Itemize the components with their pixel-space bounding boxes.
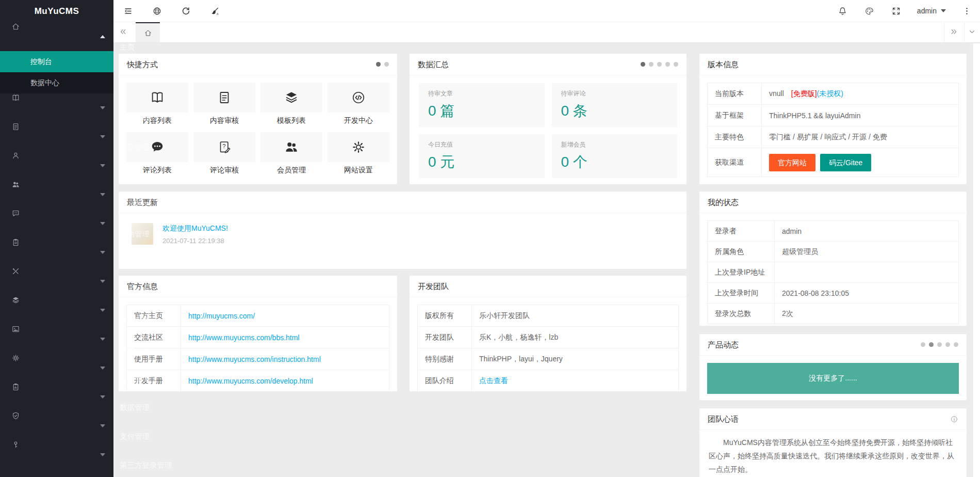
shortcut-template-list[interactable]: 模板列表 (260, 83, 322, 125)
carousel-dot[interactable] (384, 62, 389, 67)
shortcuts-card: 快捷方式 内容列表 内容审核 模板列表 开发中心 评论列表 ?评论审核 会员管理… (119, 54, 397, 184)
card-title: 版本信息 (708, 54, 739, 75)
main-content: 快捷方式 内容列表 内容审核 模板列表 开发中心 评论列表 ?评论审核 会员管理… (113, 43, 980, 477)
carousel-dot[interactable] (649, 62, 654, 67)
carousel-dot[interactable] (937, 342, 942, 347)
comment-audit-icon: ? (217, 139, 232, 155)
sidebar-item-payment[interactable]: 支付管理 (0, 411, 113, 440)
version-card-header: 版本信息 (699, 54, 967, 75)
recent-update-item: 欢迎使用MuYuCMS! 2021-07-11 22:19:38 (119, 213, 687, 245)
devteam-card-header: 开发团队 (410, 276, 687, 297)
carousel-dot[interactable] (929, 342, 934, 347)
theme-button[interactable] (856, 0, 883, 22)
chevron-up-icon (100, 35, 105, 38)
chevron-down-icon (100, 135, 105, 138)
table-row: 版权所有乐小轩开发团队 (418, 305, 679, 327)
shortcut-dev-center[interactable]: 开发中心 (328, 83, 389, 125)
motto-card-header: 团队心语 (699, 408, 967, 430)
table-row: 基于框架ThinkPHP5.1 && layuiAdmin (708, 105, 959, 126)
official-site-button[interactable]: 官方网站 (769, 154, 815, 171)
shield-check-icon (11, 411, 113, 440)
sidebar-item-columns[interactable]: 栏目管理 (0, 122, 113, 151)
stat-unit: 条 (573, 103, 587, 119)
refresh-button[interactable] (171, 0, 200, 22)
sidebar-item-members[interactable]: 会员管理 (0, 180, 113, 209)
svg-text:A: A (217, 12, 219, 15)
fullscreen-icon (891, 6, 901, 16)
shortcut-site-settings[interactable]: 网站设置 (328, 132, 389, 175)
sidebar-item-attachments[interactable]: 附件管理 (0, 325, 113, 354)
shortcut-content-audit[interactable]: 内容审核 (193, 83, 255, 125)
dev-manual-link[interactable]: http://www.muyucms.com/develop.html (188, 377, 313, 385)
more-options-button[interactable] (953, 0, 980, 22)
data-icon (11, 383, 113, 411)
sidebar-item-system[interactable]: 系统管理 (0, 354, 113, 383)
chat-icon (11, 209, 113, 238)
tab-home[interactable] (136, 22, 160, 42)
card-title: 我的状态 (708, 192, 739, 213)
sidebar-item-home[interactable]: 主页 (0, 22, 113, 51)
unauthorized-tag[interactable]: (未授权) (817, 89, 843, 98)
code-circle-icon (351, 90, 366, 105)
update-link[interactable]: 欢迎使用MuYuCMS! (162, 224, 228, 233)
username: admin (917, 7, 937, 15)
tabs-scroll-right-button[interactable] (944, 22, 965, 42)
carousel-dot[interactable] (665, 62, 670, 67)
scrollbar[interactable] (973, 43, 980, 477)
more-vertical-icon (962, 6, 972, 16)
sidebar-item-models[interactable]: 系统模型 (0, 238, 113, 267)
table-row: 主要特色零门槛 / 易扩展 / 响应式 / 开源 / 免费 (708, 126, 959, 148)
book-icon (150, 90, 165, 105)
carousel-dot[interactable] (376, 62, 381, 67)
sidebar-item-admins[interactable]: 管理员管理 (0, 151, 113, 180)
sidebar-item-interaction[interactable]: 互动管理 (0, 209, 113, 238)
recent-updates-card: 最近更新 欢迎使用MuYuCMS! 2021-07-11 22:19:38 (119, 192, 687, 269)
shortcut-comment-list[interactable]: 评论列表 (126, 132, 188, 175)
topbar: A admin (113, 0, 980, 22)
version-card: 版本信息 当前版本 vnull[免费版](未授权) 基于框架ThinkPHP5.… (699, 54, 967, 184)
official-home-link[interactable]: http://muyucms.com/ (188, 312, 255, 320)
carousel-dot[interactable] (954, 342, 958, 347)
gitee-button[interactable]: 码云/Gitee (820, 154, 871, 171)
notifications-button[interactable] (829, 0, 856, 22)
sidebar-item-thirdparty-login[interactable]: 第三方登录管理 (0, 440, 113, 469)
news-banner[interactable]: 没有更多了...... (707, 363, 959, 394)
carousel-dot[interactable] (674, 62, 678, 67)
shortcut-comment-audit[interactable]: ?评论审核 (193, 132, 255, 175)
carousel-dot[interactable] (921, 342, 925, 347)
stat-value: 0 (428, 154, 436, 170)
sidebar-item-data[interactable]: 数据管理 (0, 383, 113, 411)
sidebar-item-content[interactable]: 内容管理 (0, 93, 113, 122)
community-link[interactable]: http://www.muyucms.com/bbs.html (188, 333, 300, 342)
carousel-dot[interactable] (641, 62, 645, 67)
motto-text: MuYuCMS内容管理系统从创立至今始终坚持免费开源，始终坚持倾听社区心声，始终… (699, 430, 967, 477)
chevron-down-icon (100, 338, 105, 341)
shortcut-member-manage[interactable]: 会员管理 (260, 132, 322, 175)
stats-card: 数据汇总 待审文章 0 篇 待审评论 0 条 今日充值 0 元 新增会员 0 个 (410, 54, 687, 184)
team-intro-link[interactable]: 点击查看 (479, 376, 508, 385)
info-icon[interactable] (950, 415, 958, 423)
table-row: 上次登录时间2021-08-08 23:10:05 (708, 283, 959, 304)
tabs-menu-button[interactable] (965, 22, 980, 42)
carousel-dot[interactable] (657, 62, 662, 67)
chevron-down-icon (100, 164, 105, 167)
table-row: 登录者admin (708, 221, 959, 242)
manual-link[interactable]: http://www.muyucms.com/instruction.html (188, 355, 321, 363)
carousel-dot[interactable] (945, 342, 950, 347)
chevron-down-icon (100, 309, 105, 312)
sidebar-item-data-center[interactable]: 数据中心 (0, 72, 113, 93)
table-row: 所属角色超级管理员 (708, 242, 959, 262)
shortcuts-grid: 内容列表 内容审核 模板列表 开发中心 评论列表 ?评论审核 会员管理 网站设置 (119, 75, 397, 182)
clear-cache-button[interactable]: A (200, 0, 229, 22)
gear-icon (11, 354, 113, 383)
user-menu[interactable]: admin (910, 0, 953, 22)
view-site-button[interactable] (142, 0, 171, 22)
table-row: 使用手册http://www.muyucms.com/instruction.h… (127, 348, 389, 370)
sidebar-item-plugins[interactable]: 插件管理 (0, 267, 113, 296)
sidebar-item-templates[interactable]: 模板管理 (0, 296, 113, 325)
layers-icon (284, 90, 299, 105)
fullscreen-button[interactable] (883, 0, 910, 22)
home-icon (11, 22, 113, 51)
collapse-menu-button[interactable] (113, 0, 142, 22)
sidebar-item-console[interactable]: 控制台 (0, 51, 113, 72)
